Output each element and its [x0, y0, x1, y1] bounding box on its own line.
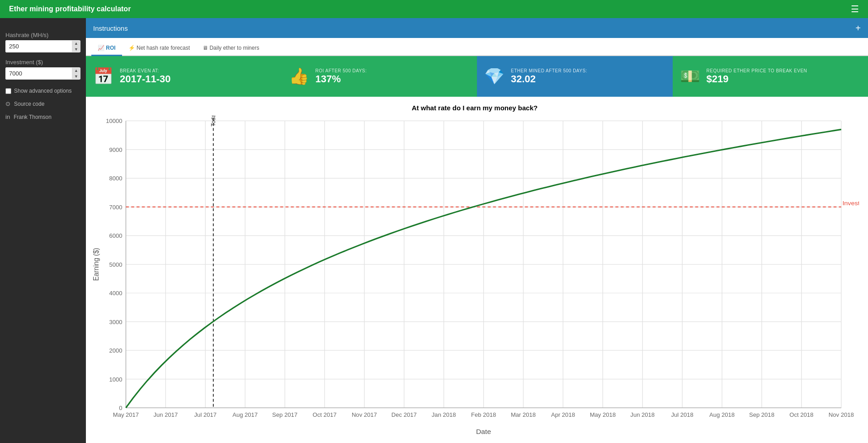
- svg-text:6000: 6000: [109, 233, 123, 240]
- tab-daily[interactable]: 🖥 Daily ether to miners: [196, 41, 265, 56]
- earnings-chart: 0100020003000400050006000700080009000100…: [90, 115, 859, 438]
- sidebar: Hashrate (MH/s) ▲ ▼ Investment ($) ▲ ▼ S…: [0, 18, 86, 443]
- svg-text:8000: 8000: [109, 176, 123, 182]
- investment-up-button[interactable]: ▲: [72, 68, 80, 74]
- hashrate-spinner: ▲ ▼: [72, 41, 80, 52]
- hashrate-down-button[interactable]: ▼: [72, 47, 80, 52]
- stat-card-content-0: BREAK EVEN AT: 2017-11-30: [120, 68, 171, 85]
- svg-text:Investment: Investment: [842, 199, 859, 207]
- author-link[interactable]: in Frank Thomson: [5, 113, 80, 120]
- svg-text:Jul 2018: Jul 2018: [671, 412, 693, 418]
- hamburger-icon[interactable]: ☰: [851, 4, 859, 14]
- investment-input-wrap: ▲ ▼: [5, 67, 80, 80]
- tab-roi[interactable]: 📈 ROI: [91, 41, 122, 56]
- svg-text:Aug 2017: Aug 2017: [232, 412, 258, 418]
- svg-text:Nov 2017: Nov 2017: [352, 412, 377, 418]
- svg-text:9000: 9000: [109, 147, 123, 153]
- svg-text:Jun 2018: Jun 2018: [630, 412, 655, 418]
- instructions-expand-button[interactable]: +: [855, 23, 861, 33]
- svg-text:Dec 2017: Dec 2017: [392, 412, 417, 418]
- svg-text:1000: 1000: [109, 377, 123, 383]
- source-code-icon: ⊙: [5, 100, 10, 107]
- stat-card-value-0: 2017-11-30: [120, 73, 171, 85]
- hashrate-input[interactable]: [5, 40, 72, 52]
- stat-card-3: 💵 REQUIRED ETHER PRICE TO BREAK EVEN $21…: [673, 56, 868, 97]
- svg-text:Oct 2018: Oct 2018: [789, 412, 813, 418]
- investment-input[interactable]: [5, 67, 72, 80]
- stat-card-content-3: REQUIRED ETHER PRICE TO BREAK EVEN $219: [707, 68, 807, 85]
- show-advanced-label: Show advanced options: [14, 88, 71, 94]
- stat-card-label-0: BREAK EVEN AT:: [120, 68, 171, 73]
- svg-text:Aug 2018: Aug 2018: [709, 412, 735, 418]
- stat-card-label-2: ETHER MINED AFTER 500 DAYS:: [511, 68, 587, 73]
- stat-card-content-2: ETHER MINED AFTER 500 DAYS: 32.02: [511, 68, 587, 85]
- svg-text:Jun 2017: Jun 2017: [153, 412, 178, 418]
- hashrate-label: Hashrate (MH/s): [5, 32, 80, 38]
- svg-text:Earning ($): Earning ($): [92, 248, 100, 281]
- investment-down-button[interactable]: ▼: [72, 74, 80, 80]
- instructions-title: Instructions: [93, 24, 128, 32]
- author-label: Frank Thomson: [14, 114, 52, 120]
- stat-card-content-1: ROI AFTER 500 DAYS: 137%: [316, 68, 367, 85]
- stat-card-value-1: 137%: [316, 73, 367, 85]
- hashrate-up-button[interactable]: ▲: [72, 41, 80, 47]
- hashrate-input-wrap: ▲ ▼: [5, 40, 80, 52]
- source-code-label: Source code: [14, 101, 44, 107]
- stat-card-icon-1: 👍: [289, 67, 309, 86]
- stat-card-0: 📅 BREAK EVEN AT: 2017-11-30: [86, 56, 282, 97]
- stat-card-value-3: $219: [707, 73, 807, 85]
- instructions-bar: Instructions +: [86, 18, 868, 38]
- stat-card-2: 💎 ETHER MINED AFTER 500 DAYS: 32.02: [477, 56, 673, 97]
- svg-text:Sep 2017: Sep 2017: [272, 412, 297, 418]
- stat-card-1: 👍 ROI AFTER 500 DAYS: 137%: [282, 56, 477, 97]
- svg-text:Today: Today: [210, 115, 216, 127]
- stat-card-label-3: REQUIRED ETHER PRICE TO BREAK EVEN: [707, 68, 807, 73]
- top-nav: Ether mining profitability calculator ☰: [0, 0, 868, 18]
- svg-text:Jan 2018: Jan 2018: [432, 412, 456, 418]
- svg-text:May 2017: May 2017: [113, 412, 139, 418]
- chart-title: At what rate do I earn my money back?: [90, 104, 859, 112]
- svg-text:Sep 2018: Sep 2018: [749, 412, 774, 418]
- stat-card-icon-0: 📅: [93, 67, 113, 86]
- svg-text:Mar 2018: Mar 2018: [511, 412, 536, 418]
- svg-text:5000: 5000: [109, 262, 123, 268]
- stat-card-icon-3: 💵: [680, 67, 700, 86]
- svg-text:Feb 2018: Feb 2018: [471, 412, 496, 418]
- svg-text:10000: 10000: [106, 118, 122, 125]
- source-code-link[interactable]: ⊙ Source code: [5, 100, 80, 107]
- svg-text:Apr 2018: Apr 2018: [551, 412, 575, 418]
- show-advanced-checkbox[interactable]: [5, 88, 11, 94]
- svg-text:Nov 2018: Nov 2018: [829, 412, 854, 418]
- stat-card-icon-2: 💎: [484, 67, 505, 86]
- svg-text:Oct 2017: Oct 2017: [312, 412, 336, 418]
- stat-cards: 📅 BREAK EVEN AT: 2017-11-30 👍 ROI AFTER …: [86, 56, 868, 97]
- svg-text:May 2018: May 2018: [590, 412, 616, 418]
- stat-card-label-1: ROI AFTER 500 DAYS:: [316, 68, 367, 73]
- investment-label: Investment ($): [5, 59, 80, 66]
- show-advanced-row[interactable]: Show advanced options: [5, 88, 80, 94]
- svg-text:4000: 4000: [109, 291, 123, 297]
- svg-text:0: 0: [119, 405, 122, 411]
- app-title: Ether mining profitability calculator: [9, 5, 851, 13]
- svg-text:2000: 2000: [109, 348, 123, 354]
- linkedin-icon: in: [5, 113, 10, 120]
- svg-text:3000: 3000: [109, 319, 123, 325]
- svg-text:Jul 2017: Jul 2017: [194, 412, 217, 418]
- chart-area: At what rate do I earn my money back? 01…: [86, 97, 868, 443]
- svg-text:Date: Date: [476, 428, 491, 435]
- svg-text:7000: 7000: [109, 204, 123, 211]
- investment-spinner: ▲ ▼: [72, 68, 80, 80]
- tabs-bar: 📈 ROI⚡ Net hash rate forecast🖥 Daily eth…: [86, 38, 868, 56]
- stat-card-value-2: 32.02: [511, 73, 587, 85]
- tab-nethash[interactable]: ⚡ Net hash rate forecast: [122, 41, 196, 56]
